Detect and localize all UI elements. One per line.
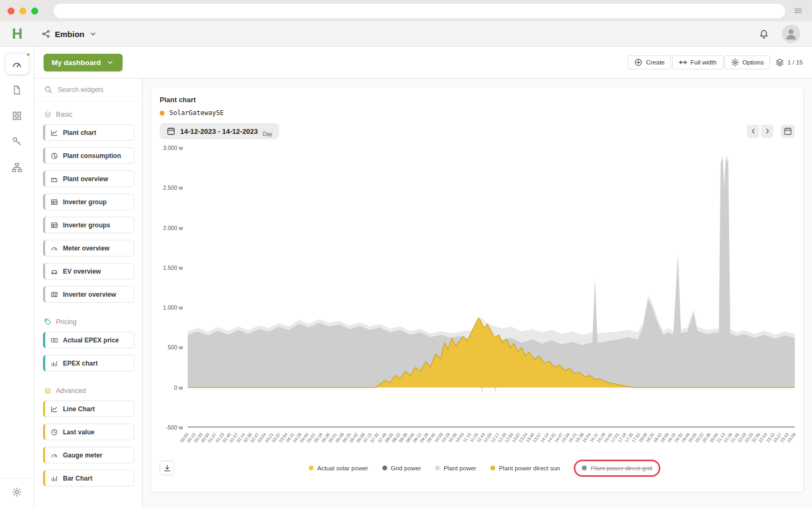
file-icon xyxy=(12,85,22,95)
nav-bottom xyxy=(0,478,34,508)
widget-item-meter-overview[interactable]: Meter overview xyxy=(43,240,134,256)
layers-icon xyxy=(775,58,784,67)
y-tick-label: 3.000 w xyxy=(163,145,183,151)
layers-icon xyxy=(44,387,52,395)
nav-item-sitemap[interactable] xyxy=(5,156,29,178)
search-input[interactable] xyxy=(58,86,127,94)
app-logo[interactable]: H xyxy=(0,26,34,42)
dashboard-toolbar: My dashboard Create Full width Options xyxy=(34,47,812,78)
chart-controls: 14-12-2023 - 14-12-2023 Day xyxy=(160,123,795,139)
browser-menu-icon[interactable] xyxy=(792,6,804,15)
options-button[interactable]: Options xyxy=(724,55,771,69)
plant-chart-widget: Plant chart SolarGatewaySE 14-12-2023 - … xyxy=(151,87,804,492)
y-axis: 3.000 w2.500 w2.000 w1.500 w1.000 w500 w… xyxy=(160,148,188,427)
minimize-window-button[interactable] xyxy=(19,8,26,15)
widget-item-ev-overview[interactable]: EV overview xyxy=(43,263,134,280)
nav-item-speedometer[interactable] xyxy=(5,53,29,75)
widget-item-inverter-group[interactable]: Inverter group xyxy=(43,194,134,210)
legend-item-plant-power[interactable]: Plant power xyxy=(435,465,476,471)
nav-item-grid[interactable] xyxy=(5,105,29,126)
chevron-left-icon xyxy=(749,127,758,135)
dashboard-selector-label: My dashboard xyxy=(52,59,101,67)
annotation-highlight-box: Plant power direct grid xyxy=(574,460,660,477)
grid-icon xyxy=(12,111,22,121)
widget-item-plant-consumption[interactable]: Plant consumption xyxy=(43,147,134,164)
create-button[interactable]: Create xyxy=(628,55,671,69)
calendar-picker-button[interactable] xyxy=(781,125,795,138)
legend-dot xyxy=(382,466,387,470)
widget-item-inverter-groups[interactable]: Inverter groups xyxy=(43,217,134,233)
y-tick-label: -500 w xyxy=(166,424,183,431)
prev-period-button[interactable] xyxy=(747,125,759,138)
next-period-button[interactable] xyxy=(761,125,773,138)
legend-item-actual-solar-power[interactable]: Actual solar power xyxy=(309,465,368,471)
dashboard-canvas: Plant chart SolarGatewaySE 14-12-2023 - … xyxy=(143,78,812,508)
widget-item-plant-overview[interactable]: Plant overview xyxy=(43,170,134,187)
download-button[interactable] xyxy=(160,461,174,475)
app-header: H Embion xyxy=(0,22,812,47)
zoom-window-button[interactable] xyxy=(31,8,38,15)
chevron-down-icon xyxy=(106,58,115,67)
y-tick-label: 1.000 w xyxy=(163,304,183,311)
nav-item-file[interactable] xyxy=(5,79,29,101)
table-icon xyxy=(51,221,58,229)
dashboard-selector-button[interactable]: My dashboard xyxy=(44,54,123,71)
clock-icon xyxy=(51,428,58,436)
y-tick-label: 2.000 w xyxy=(163,225,183,231)
widget-item-plant-chart[interactable]: Plant chart xyxy=(43,124,134,141)
date-range-button[interactable]: 14-12-2023 - 14-12-2023 Day xyxy=(160,123,279,139)
widget-item-inverter-overview[interactable]: Inverter overview xyxy=(43,286,134,303)
chevron-down-icon xyxy=(89,30,97,38)
legend-dot xyxy=(490,466,495,470)
inverter-icon xyxy=(51,291,58,298)
address-bar[interactable] xyxy=(54,4,785,18)
close-window-button[interactable] xyxy=(8,8,15,15)
x-axis: 00:0000:1600:3300:5001:0701:2301:4001:57… xyxy=(188,427,795,454)
widget-item-actual-epex-price[interactable]: Actual EPEX price xyxy=(43,332,134,348)
ev-icon xyxy=(51,268,58,275)
widget-title: Plant chart xyxy=(160,96,795,104)
user-avatar[interactable] xyxy=(782,25,800,43)
gear-icon xyxy=(731,58,739,67)
person-icon xyxy=(784,27,798,43)
chart-mixed-icon xyxy=(51,360,58,367)
y-tick-label: 500 w xyxy=(168,344,183,350)
widget-item-line-chart[interactable]: Line Chart xyxy=(43,400,134,417)
full-width-button[interactable]: Full width xyxy=(672,55,723,69)
y-tick-label: 0 w xyxy=(174,384,183,391)
device-legend: SolarGatewaySE xyxy=(160,109,795,117)
chart-footer: Actual solar powerGrid powerPlant powerP… xyxy=(160,461,795,475)
nav-item-key[interactable] xyxy=(5,131,29,152)
plus-circle-icon xyxy=(634,58,643,67)
legend-item-plant-power-direct-grid[interactable]: Plant power direct grid xyxy=(582,465,652,471)
calendar-icon xyxy=(783,127,792,135)
pie-icon xyxy=(51,152,58,160)
header-actions xyxy=(759,25,812,43)
chart-plot-area[interactable] xyxy=(188,148,795,427)
layers-icon xyxy=(44,111,52,118)
speedometer-icon xyxy=(12,59,22,69)
notifications-bell-icon[interactable] xyxy=(759,29,769,39)
legend-item-plant-power-direct-sun[interactable]: Plant power direct sun xyxy=(490,465,560,471)
widget-item-last-value[interactable]: Last value xyxy=(43,424,134,440)
section-header-advanced: Advanced xyxy=(34,378,142,400)
org-selector[interactable]: Embion xyxy=(42,30,97,39)
download-icon xyxy=(163,464,172,473)
search-icon xyxy=(44,85,53,94)
legend-item-grid-power[interactable]: Grid power xyxy=(382,465,421,471)
active-dot xyxy=(26,52,31,57)
nav-rail xyxy=(0,47,34,508)
widget-item-epex-chart[interactable]: EPEX chart xyxy=(43,355,134,371)
chevron-right-icon xyxy=(763,127,772,135)
app-window: H Embion My dashboard xyxy=(0,22,812,508)
meter-icon xyxy=(51,245,58,252)
chart-line-icon xyxy=(51,405,58,413)
molecule-icon xyxy=(42,30,51,38)
widget-sidebar: BasicPlant chartPlant consumptionPlant o… xyxy=(34,78,143,508)
page-indicator: 1 / 15 xyxy=(775,58,803,67)
widget-item-gauge-meter[interactable]: Gauge meter xyxy=(43,447,134,463)
arrows-horizontal-icon xyxy=(679,58,687,67)
gear-icon[interactable] xyxy=(12,487,22,497)
period-nav xyxy=(747,125,795,138)
widget-item-bar-chart[interactable]: Bar Chart xyxy=(43,470,134,486)
